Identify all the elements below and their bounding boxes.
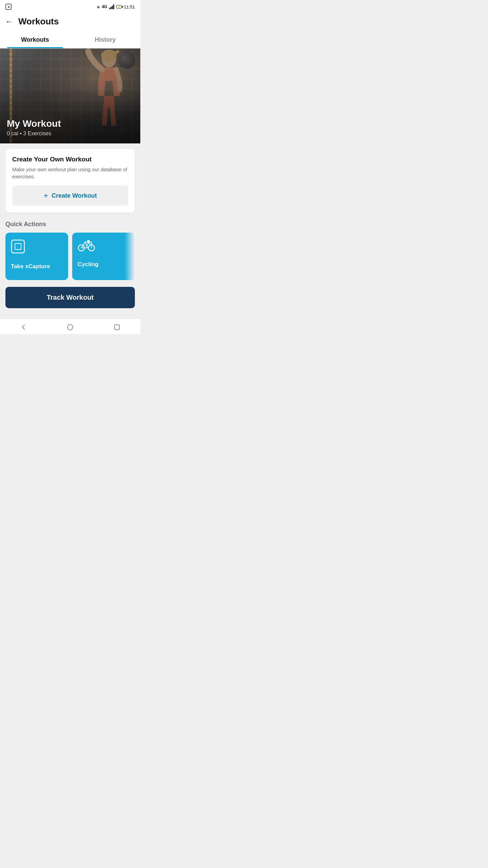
- bluetooth-icon: ⎈: [97, 4, 100, 9]
- quick-actions-title: Quick Actions: [5, 221, 135, 228]
- header: ← Workouts: [0, 12, 140, 31]
- nav-back[interactable]: [19, 323, 27, 331]
- hero-workout-name: My Workout: [7, 118, 61, 129]
- svg-rect-5: [12, 240, 24, 253]
- signal-bars-icon: [109, 4, 114, 9]
- bottom-navigation: [0, 319, 140, 334]
- quick-actions-grid: Take xCapture: [5, 233, 135, 280]
- status-bar-left: [5, 4, 12, 10]
- hero-text-block: My Workout 0 cal • 3 Exercises: [7, 118, 61, 137]
- svg-rect-11: [115, 325, 119, 330]
- time-display: 11:51: [124, 4, 135, 9]
- nav-back-icon: [19, 323, 27, 331]
- create-workout-card: Create Your Own Workout Make your own wo…: [5, 149, 135, 213]
- tab-workouts[interactable]: Workouts: [0, 31, 70, 48]
- create-card-title: Create Your Own Workout: [12, 156, 128, 163]
- create-card-description: Make your own workout plan using our dat…: [12, 166, 128, 180]
- plus-icon: +: [43, 191, 48, 200]
- quick-action-xcapture[interactable]: Take xCapture: [5, 233, 68, 280]
- nav-home[interactable]: [66, 323, 74, 331]
- cycling-icon-container: [78, 239, 95, 252]
- xcapture-label: Take xCapture: [11, 263, 63, 270]
- tab-history[interactable]: History: [70, 31, 140, 48]
- quick-action-cycling[interactable]: Cycling: [72, 233, 135, 280]
- capture-icon-container: [11, 239, 25, 254]
- status-bar: ⎈ 4G 11:51: [0, 0, 140, 12]
- page-title: Workouts: [18, 16, 59, 27]
- tabs-container: Workouts History: [0, 31, 140, 48]
- status-bar-right: ⎈ 4G 11:51: [97, 4, 135, 9]
- nav-home-icon: [66, 323, 74, 331]
- signal-label: 4G: [102, 4, 107, 9]
- nav-square-icon: [113, 323, 121, 331]
- hero-workout-stats: 0 cal • 3 Exercises: [7, 131, 61, 137]
- quick-actions-wrapper: Take xCapture: [5, 233, 135, 280]
- cycling-icon: [78, 239, 95, 252]
- svg-rect-6: [15, 243, 21, 250]
- nav-square[interactable]: [113, 323, 121, 331]
- track-workout-button[interactable]: Track Workout: [5, 287, 135, 308]
- cycling-label: Cycling: [78, 261, 129, 268]
- capture-icon: [11, 239, 25, 254]
- battery-icon: [116, 5, 122, 8]
- create-workout-button[interactable]: + Create Workout: [12, 185, 128, 206]
- svg-point-10: [67, 324, 73, 330]
- hero-image-section[interactable]: My Workout 0 cal • 3 Exercises: [0, 48, 140, 143]
- main-content: Create Your Own Workout Make your own wo…: [0, 143, 140, 314]
- back-button[interactable]: ←: [5, 17, 13, 26]
- svg-point-9: [87, 240, 90, 243]
- create-workout-label: Create Workout: [52, 192, 97, 199]
- notification-icon: [5, 4, 12, 10]
